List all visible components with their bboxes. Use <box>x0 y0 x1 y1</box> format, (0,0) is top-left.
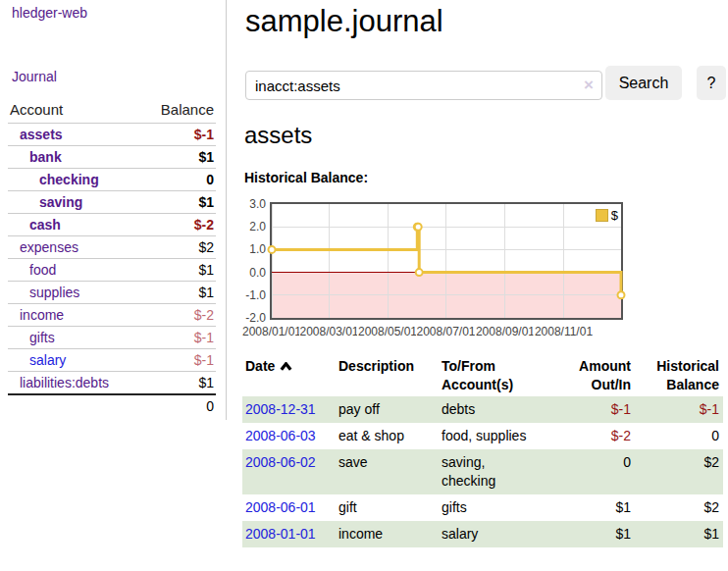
sidebar-item-journal[interactable]: Journal <box>12 69 57 84</box>
register-cell-description: save <box>336 449 439 494</box>
account-row: expenses$2 <box>8 236 216 259</box>
register-cell-amount: $1 <box>546 521 635 547</box>
register-cell-description: income <box>336 521 439 547</box>
register-cell-accounts: debts <box>439 396 546 423</box>
x-axis-tick-label: 2008/07/01 <box>415 325 476 338</box>
y-axis-tick-label: 2.0 <box>242 220 266 234</box>
accounts-table-body: assets$-1bank$1checking0saving$1cash$-2e… <box>8 124 216 395</box>
y-axis-tick-label: -1.0 <box>242 288 266 302</box>
register-cell-balance: $2 <box>635 449 723 494</box>
sidebar: hledger-web Journal Account Balance asse… <box>0 0 227 420</box>
register-table: Date Description To/From Account(s) Amou… <box>242 355 723 547</box>
account-link[interactable]: salary <box>8 349 141 372</box>
register-header-amount: Amount Out/In <box>546 355 635 396</box>
register-cell-description: gift <box>336 494 439 521</box>
data-point-marker <box>416 269 423 276</box>
balance-series <box>272 204 621 318</box>
register-table-body: 2008-12-31pay offdebts$-1$-12008-06-03ea… <box>242 396 723 547</box>
account-link[interactable]: income <box>8 304 141 327</box>
account-link[interactable]: assets <box>8 124 141 146</box>
account-balance: $1 <box>141 282 216 304</box>
account-balance: $-1 <box>141 124 216 146</box>
register-header-date[interactable]: Date <box>242 355 336 396</box>
account-row: salary$-1 <box>8 349 216 372</box>
account-row: supplies$1 <box>8 282 216 304</box>
account-balance: $1 <box>141 259 216 282</box>
y-axis-tick-label: -2.0 <box>242 311 266 325</box>
register-row: 2008-06-02savesaving, checking0$2 <box>242 449 723 494</box>
register-row: 2008-06-03eat & shopfood, supplies$-20 <box>242 423 723 449</box>
account-row: cash$-2 <box>8 214 216 236</box>
transaction-date-link[interactable]: 2008-06-02 <box>245 454 316 470</box>
account-link[interactable]: liabilities:debts <box>8 372 141 395</box>
account-row: liabilities:debts$1 <box>8 372 216 395</box>
x-axis-tick-label: 2008/09/01 <box>475 325 536 338</box>
y-axis-tick-label: 1.0 <box>242 242 266 256</box>
account-link[interactable]: food <box>8 259 141 282</box>
register-row: 2008-06-01giftgifts$1$2 <box>242 494 723 521</box>
transaction-date-link[interactable]: 2008-06-03 <box>245 428 316 443</box>
account-link[interactable]: bank <box>8 146 141 169</box>
app-brand-link[interactable]: hledger-web <box>12 5 87 21</box>
account-row: assets$-1 <box>8 124 216 146</box>
search-box: × <box>245 71 602 100</box>
register-cell-accounts: food, supplies <box>439 423 546 449</box>
account-row: food$1 <box>8 259 216 282</box>
register-cell-description: pay off <box>336 396 439 423</box>
register-row: 2008-01-01incomesalary$1$1 <box>242 521 723 547</box>
accounts-total-row: 0 <box>8 394 216 417</box>
help-button[interactable]: ? <box>697 66 726 100</box>
search-input[interactable] <box>246 72 601 99</box>
account-link[interactable]: gifts <box>8 327 141 349</box>
transaction-date-link[interactable]: 2008-06-01 <box>245 499 316 515</box>
account-balance: $2 <box>141 236 216 259</box>
account-balance: $-2 <box>141 214 216 236</box>
chart-title: Historical Balance: <box>244 170 368 185</box>
accounts-header-row: Account Balance <box>8 98 216 124</box>
x-axis-tick-label: 2008/03/01 <box>298 325 359 338</box>
account-balance: 0 <box>141 169 216 191</box>
accounts-table: Account Balance assets$-1bank$1checking0… <box>8 98 216 417</box>
data-point-marker <box>415 224 422 231</box>
register-cell-description: eat & shop <box>336 423 439 449</box>
register-cell-date: 2008-06-02 <box>242 449 336 494</box>
transaction-date-link[interactable]: 2008-01-01 <box>245 526 316 542</box>
account-row: checking0 <box>8 169 216 191</box>
search-button[interactable]: Search <box>605 66 682 100</box>
register-cell-date: 2008-06-01 <box>242 494 336 521</box>
register-cell-date: 2008-06-03 <box>242 423 336 449</box>
hledger-web-app: hledger-web Journal Account Balance asse… <box>0 0 728 571</box>
transaction-date-link[interactable]: 2008-12-31 <box>245 401 316 417</box>
x-axis-tick-label: 2008/11/01 <box>534 325 594 338</box>
account-row: income$-2 <box>8 304 216 327</box>
account-link[interactable]: cash <box>8 214 141 236</box>
register-cell-date: 2008-12-31 <box>242 396 336 423</box>
account-link[interactable]: checking <box>8 169 141 191</box>
register-cell-amount: $1 <box>546 494 635 521</box>
register-cell-balance: $1 <box>635 521 723 547</box>
y-axis-tick-label: 3.0 <box>242 197 266 211</box>
account-link[interactable]: saving <box>8 191 141 214</box>
sort-up-icon <box>280 362 292 371</box>
register-cell-accounts: saving, checking <box>439 449 546 494</box>
x-axis-tick-label: 2008/01/01 <box>241 325 302 338</box>
account-row: saving$1 <box>8 191 216 214</box>
x-axis-tick-label: 2008/05/01 <box>357 325 418 338</box>
register-cell-date: 2008-01-01 <box>242 521 336 547</box>
account-balance: $-1 <box>141 327 216 349</box>
data-point-marker <box>269 246 276 253</box>
register-header-accounts: To/From Account(s) <box>439 355 546 396</box>
account-balance: $1 <box>141 191 216 214</box>
account-row: gifts$-1 <box>8 327 216 349</box>
main-content: sample.journal × Search ? assets Histori… <box>242 0 728 571</box>
register-cell-amount: $-1 <box>546 396 635 423</box>
account-link[interactable]: expenses <box>8 236 141 259</box>
account-link[interactable]: supplies <box>8 282 141 304</box>
account-heading: assets <box>244 122 312 149</box>
account-balance: $1 <box>141 372 216 395</box>
clear-search-icon[interactable]: × <box>584 76 594 95</box>
accounts-header-account: Account <box>8 98 141 124</box>
data-point-marker <box>618 291 625 298</box>
register-cell-balance: $-1 <box>635 396 723 423</box>
register-cell-balance: $2 <box>635 494 723 521</box>
